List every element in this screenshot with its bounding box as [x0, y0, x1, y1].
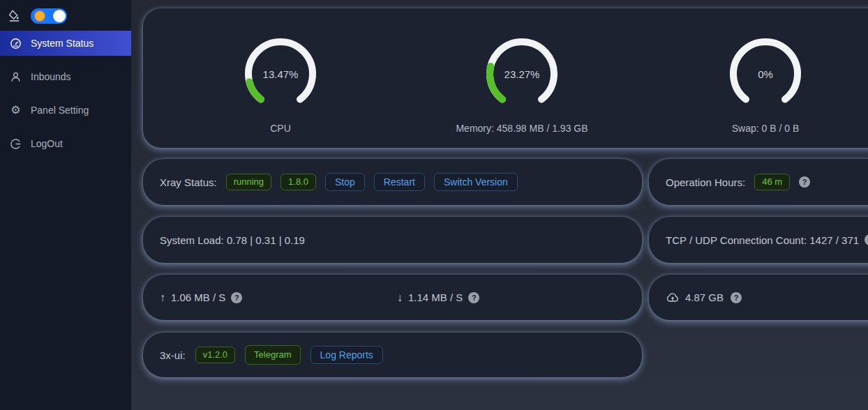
question-icon[interactable]: ?	[468, 292, 479, 303]
sidebar-item-label: Inbounds	[31, 71, 71, 82]
xray-status-label: Xray Status:	[160, 176, 217, 188]
user-icon	[10, 71, 22, 83]
main-content: 13.47% CPU 23.27% Memory: 458.98 MB / 1.…	[131, 0, 868, 410]
cpu-gauge: 13.47% CPU	[232, 32, 329, 116]
sidebar-item-label: LogOut	[31, 138, 63, 149]
logout-icon	[10, 138, 22, 150]
sidebar: System Status Inbounds ⚙ Panel Setting	[0, 0, 131, 410]
dashboard-icon	[10, 38, 22, 50]
upload-speed-text: 1.06 MB / S	[171, 291, 225, 303]
system-load-text: System Load: 0.78 | 0.31 | 0.19	[160, 234, 305, 246]
sidebar-item-inbounds[interactable]: Inbounds	[0, 64, 131, 89]
download-speed-text: 1.14 MB / S	[408, 291, 463, 303]
sun-icon	[35, 11, 45, 21]
memory-label: Memory: 458.98 MB / 1.93 GB	[456, 123, 588, 134]
swap-percent: 0%	[724, 32, 807, 116]
sidebar-menu: System Status Inbounds ⚙ Panel Setting	[0, 31, 131, 165]
memory-gauge-arc: 23.27%	[480, 32, 564, 116]
sidebar-item-logout[interactable]: LogOut	[0, 131, 131, 156]
cpu-label: CPU	[270, 123, 291, 134]
sidebar-item-label: System Status	[31, 38, 93, 49]
swap-gauge: 0% Swap: 0 B / 0 B	[717, 32, 814, 116]
system-load-card: System Load: 0.78 | 0.31 | 0.19	[143, 217, 642, 263]
theme-icon	[8, 10, 20, 22]
swap-gauge-arc: 0%	[724, 32, 807, 116]
operation-hours-label: Operation Hours:	[666, 176, 745, 188]
sidebar-header	[0, 0, 131, 26]
panel-version-card: 3x-ui: v1.2.0 Telegram Log Reports	[143, 333, 642, 377]
operation-hours-tag: 46 m	[754, 174, 790, 190]
sidebar-item-label: Panel Setting	[31, 105, 89, 116]
upload-arrow-icon: ↑	[160, 291, 165, 304]
network-speed-card: ↑ 1.06 MB / S ? ↓ 1.14 MB / S ?	[143, 275, 642, 320]
xray-version-tag: 1.8.0	[280, 174, 316, 190]
panel-version-tag: v1.2.0	[195, 347, 235, 363]
toggle-knob	[53, 10, 66, 22]
swap-label: Swap: 0 B / 0 B	[732, 123, 800, 134]
restart-button[interactable]: Restart	[374, 173, 425, 191]
connection-count-card: TCP / UDP Connection Count: 1427 / 371 ?	[649, 217, 868, 263]
cloud-upload-icon	[666, 292, 680, 303]
resource-gauges-card: 13.47% CPU 23.27% Memory: 458.98 MB / 1.…	[143, 8, 868, 148]
total-usage-text: 4.87 GB	[685, 291, 724, 303]
total-usage-card: 4.87 GB ?	[649, 275, 868, 320]
question-icon[interactable]: ?	[799, 176, 810, 188]
question-icon[interactable]: ?	[865, 234, 868, 245]
log-reports-button[interactable]: Log Reports	[310, 346, 383, 364]
app-root: System Status Inbounds ⚙ Panel Setting	[0, 0, 868, 410]
connection-count-text: TCP / UDP Connection Count: 1427 / 371	[666, 234, 859, 246]
xray-status-tag: running	[226, 174, 271, 190]
switch-version-button[interactable]: Switch Version	[434, 173, 518, 191]
download-speed-group: ↓ 1.14 MB / S ?	[397, 291, 625, 304]
xray-status-card: Xray Status: running 1.8.0 Stop Restart …	[143, 159, 642, 205]
stop-button[interactable]: Stop	[325, 173, 365, 191]
panel-label: 3x-ui:	[160, 349, 186, 361]
download-arrow-icon: ↓	[397, 291, 403, 304]
memory-percent: 23.27%	[480, 32, 564, 116]
sidebar-item-system-status[interactable]: System Status	[0, 31, 131, 56]
dark-mode-toggle[interactable]	[31, 8, 67, 24]
telegram-tag[interactable]: Telegram	[245, 345, 300, 365]
question-icon[interactable]: ?	[231, 292, 242, 303]
operation-hours-card: Operation Hours: 46 m ?	[649, 159, 868, 205]
cpu-percent: 13.47%	[239, 32, 322, 116]
question-icon[interactable]: ?	[731, 292, 742, 303]
upload-speed-group: ↑ 1.06 MB / S ?	[160, 291, 388, 304]
memory-gauge: 23.27% Memory: 458.98 MB / 1.93 GB	[473, 32, 571, 116]
cpu-gauge-arc: 13.47%	[239, 32, 322, 116]
sidebar-item-panel-setting[interactable]: ⚙ Panel Setting	[0, 98, 131, 123]
gear-icon: ⚙	[10, 105, 22, 116]
